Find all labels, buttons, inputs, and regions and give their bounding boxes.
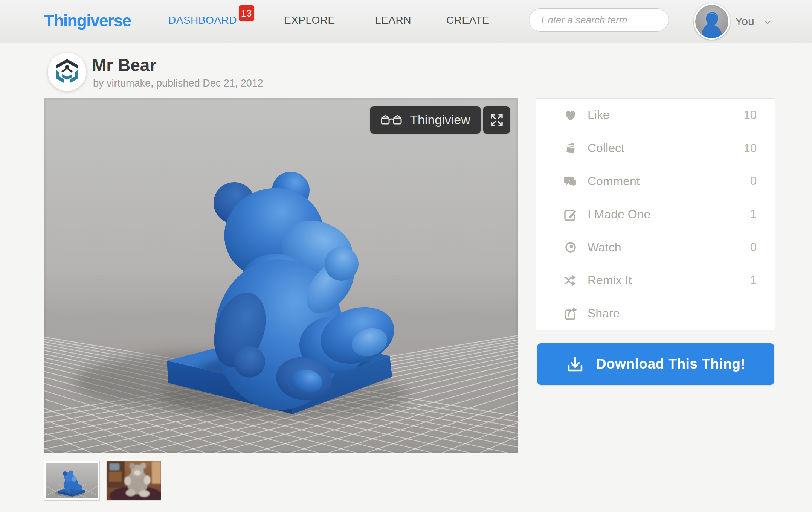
like-row[interactable]: Like 10: [536, 99, 775, 132]
page-title: Mr Bear: [92, 55, 156, 75]
comment-row[interactable]: Comment 0: [536, 165, 775, 198]
nav-explore[interactable]: EXPLORE: [284, 14, 335, 26]
row-divider: [549, 231, 765, 231]
share-icon: [563, 306, 578, 321]
heart-icon: [563, 108, 578, 123]
thingiverse-page: Thingiverse DASHBOARD 13 EXPLORE LEARN C…: [0, 0, 812, 512]
chevron-down-icon[interactable]: [763, 20, 772, 26]
thingiview-button[interactable]: Thingiview: [370, 106, 481, 134]
bear-render: [44, 98, 518, 453]
collect-row[interactable]: Collect 10: [536, 132, 775, 165]
download-button[interactable]: Download This Thing!: [537, 343, 774, 385]
nav-dashboard[interactable]: DASHBOARD 13: [168, 14, 237, 26]
user-menu[interactable]: You: [735, 15, 754, 28]
avatar-bust-image: [695, 5, 728, 38]
header-divider: [777, 0, 777, 43]
3d-glasses-icon: [380, 114, 402, 126]
row-divider: [549, 297, 765, 297]
virtumake-logo-icon: [55, 58, 79, 85]
creator-avatar[interactable]: [48, 53, 86, 91]
collect-count: 10: [744, 142, 757, 155]
notification-badge[interactable]: 13: [239, 5, 254, 21]
byline: by virtumake, published Dec 21, 2012: [93, 78, 263, 89]
download-icon: [566, 355, 584, 373]
action-sidebar: Like 10 Collect 10 Co: [536, 98, 775, 330]
row-divider: [549, 165, 765, 165]
user-avatar[interactable]: [694, 3, 730, 40]
watch-icon: [563, 240, 578, 255]
fullscreen-button[interactable]: [483, 106, 510, 134]
search-box[interactable]: [529, 8, 669, 32]
3d-viewport[interactable]: Thingiview: [44, 98, 518, 453]
thumbnail-render-image: [46, 463, 98, 498]
site-header: Thingiverse DASHBOARD 13 EXPLORE LEARN C…: [0, 0, 812, 43]
share-row[interactable]: Share: [536, 297, 775, 330]
thingiview-label: Thingiview: [410, 113, 470, 127]
comment-count: 0: [750, 174, 757, 188]
row-divider: [549, 198, 765, 198]
row-divider: [549, 264, 765, 264]
remix-row[interactable]: Remix It 1: [536, 264, 775, 297]
thumbnail-render[interactable]: [44, 461, 100, 501]
thingiverse-logo[interactable]: Thingiverse: [44, 11, 131, 30]
watch-count: 0: [750, 241, 757, 254]
made-one-count: 1: [750, 207, 757, 221]
nav-learn[interactable]: LEARN: [375, 14, 411, 26]
remix-icon: [563, 273, 578, 288]
collect-icon: [563, 141, 578, 156]
watch-row[interactable]: Watch 0: [536, 231, 775, 264]
made-one-icon: [563, 207, 578, 222]
nav-create[interactable]: CREATE: [446, 14, 490, 26]
thumbnail-photo-image: [107, 461, 161, 500]
header-divider: [676, 0, 676, 43]
row-divider: [549, 132, 765, 132]
search-input[interactable]: [541, 14, 669, 26]
comment-icon: [563, 174, 578, 189]
like-count: 10: [744, 108, 757, 122]
made-one-row[interactable]: I Made One 1: [536, 198, 775, 231]
thumbnail-photo[interactable]: [106, 461, 161, 501]
expand-icon: [489, 113, 504, 128]
remix-count: 1: [750, 274, 757, 287]
